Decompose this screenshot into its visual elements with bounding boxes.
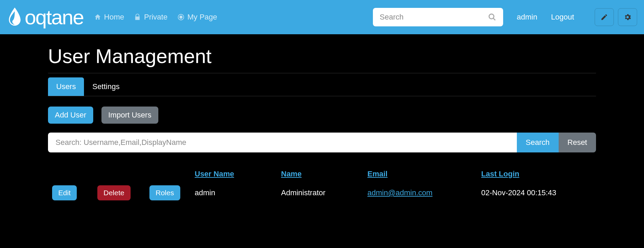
brand-logo[interactable]: oqtane <box>7 5 84 29</box>
divider <box>48 73 596 73</box>
add-user-button[interactable]: Add User <box>48 107 93 124</box>
col-name[interactable]: Name <box>281 170 363 178</box>
main-content: User Management Users Settings Add User … <box>0 34 644 214</box>
nav-private[interactable]: Private <box>134 13 167 22</box>
search-input[interactable] <box>380 13 488 22</box>
svg-point-2 <box>489 14 494 19</box>
settings-button[interactable] <box>618 8 637 26</box>
svg-point-1 <box>180 16 182 18</box>
nav-home-label: Home <box>104 13 124 22</box>
col-last-login[interactable]: Last Login <box>481 170 592 178</box>
pencil-icon <box>600 13 608 21</box>
col-username[interactable]: User Name <box>195 170 277 178</box>
cell-email[interactable]: admin@admin.com <box>367 188 433 197</box>
target-icon <box>177 13 185 21</box>
table-header: User Name Name Email Last Login <box>48 166 596 182</box>
droplet-icon <box>7 7 23 27</box>
nav-mypage-label: My Page <box>187 13 217 22</box>
user-search-input[interactable] <box>48 133 517 152</box>
cell-name: Administrator <box>281 188 363 197</box>
svg-line-3 <box>493 18 495 20</box>
search-icon[interactable] <box>488 13 496 21</box>
edit-button[interactable]: Edit <box>52 185 77 200</box>
delete-button[interactable]: Delete <box>97 185 131 200</box>
user-reset-button[interactable]: Reset <box>559 133 596 152</box>
tabs: Users Settings <box>48 77 596 96</box>
user-area: admin Logout <box>517 8 637 26</box>
user-search-button[interactable]: Search <box>517 133 559 152</box>
lock-icon <box>134 13 141 21</box>
nav-links: Home Private My Page <box>94 13 217 22</box>
cell-last-login: 02-Nov-2024 00:15:43 <box>481 188 592 197</box>
gear-icon <box>623 13 632 21</box>
page-title: User Management <box>48 45 596 67</box>
home-icon <box>94 13 101 21</box>
nav-home[interactable]: Home <box>94 13 124 22</box>
brand-text: oqtane <box>25 5 84 29</box>
nav-private-label: Private <box>144 13 167 22</box>
tab-users[interactable]: Users <box>48 77 84 96</box>
action-buttons: Add User Import Users <box>48 107 596 124</box>
col-email[interactable]: Email <box>367 170 477 178</box>
import-users-button[interactable]: Import Users <box>101 107 158 124</box>
username-link[interactable]: admin <box>517 13 537 22</box>
table-row: Edit Delete Roles admin Administrator ad… <box>48 182 596 204</box>
cell-username: admin <box>195 188 277 197</box>
logout-link[interactable]: Logout <box>551 13 574 22</box>
navbar: oqtane Home Private My Page admi <box>0 0 644 34</box>
nav-mypage[interactable]: My Page <box>177 13 217 22</box>
edit-page-button[interactable] <box>595 8 614 26</box>
global-search <box>373 8 503 26</box>
tab-settings[interactable]: Settings <box>84 77 128 96</box>
roles-button[interactable]: Roles <box>149 185 180 200</box>
user-search-row: Search Reset <box>48 133 596 152</box>
user-table: User Name Name Email Last Login Edit Del… <box>48 166 596 204</box>
